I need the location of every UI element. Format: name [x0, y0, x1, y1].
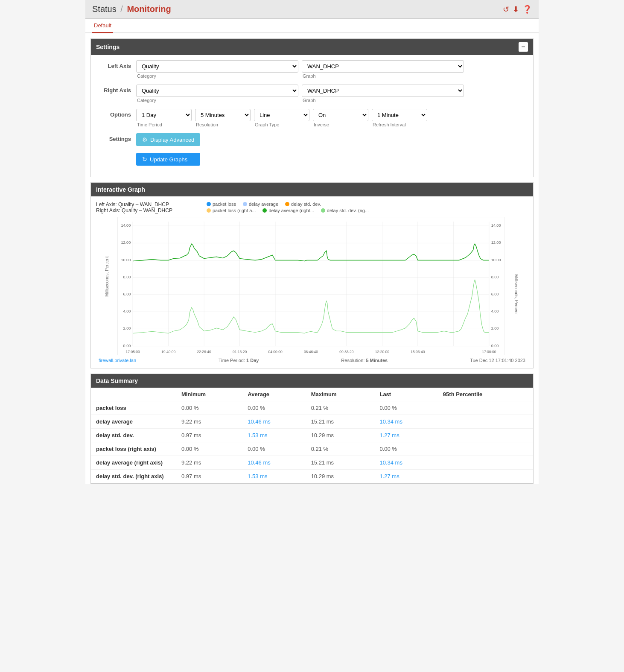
tab-default[interactable]: Default	[92, 19, 113, 33]
update-graphs-button[interactable]: ↻ Update Graphs	[136, 153, 200, 166]
left-axis-category-select[interactable]: Quality	[136, 60, 298, 73]
graph-panel-title: Interactive Graph	[96, 186, 145, 193]
row-value[interactable]: 1.53 ms	[242, 469, 306, 483]
settings-buttons-row: Settings ⚙ Display Advanced ↻ Update Gra…	[98, 133, 526, 166]
legend-dot-packet-loss	[207, 202, 211, 206]
settings-panel-header: Settings −	[91, 39, 533, 55]
row-label: delay average (right axis)	[91, 456, 176, 469]
right-axis-controls: Quality Category WAN_DHCP Graph	[136, 85, 526, 103]
download-icon[interactable]: ⬇	[513, 5, 519, 14]
options-row: Options 1 Day 6 Hours 12 Hours 3 Days 1 …	[98, 109, 526, 127]
settings-collapse-button[interactable]: −	[519, 42, 528, 52]
right-axis-graph-group: WAN_DHCP Graph	[302, 85, 464, 103]
summary-table-body: packet loss0.00 %0.00 %0.21 %0.00 %delay…	[91, 401, 533, 483]
right-axis-text: Right Axis: Quality – WAN_DHCP	[96, 207, 172, 213]
table-row: delay std. dev.0.97 ms1.53 ms10.29 ms1.2…	[91, 428, 533, 442]
right-axis-category-sublabel: Category	[136, 98, 298, 103]
graph-info: Left Axis: Quality – WAN_DHCP Right Axis…	[96, 202, 528, 213]
breadcrumb-status: Status	[92, 4, 117, 14]
left-axis-text: Left Axis: Quality – WAN_DHCP	[96, 202, 172, 207]
chart-resolution: Resolution: 5 Minutes	[341, 358, 388, 363]
legend-dot-delay-average-right	[262, 208, 267, 213]
row-value: 0.00 %	[176, 442, 242, 456]
row-value: 15.21 ms	[306, 456, 375, 469]
firewall-link[interactable]: firewall.private.lan	[99, 358, 136, 363]
left-axis-category-group: Quality Category	[136, 60, 298, 79]
legend-dot-delay-std-right	[321, 208, 325, 213]
row-value: 0.97 ms	[176, 428, 242, 442]
row-value[interactable]: 1.27 ms	[374, 428, 437, 442]
legend-delay-std: delay std. dev.	[285, 202, 321, 207]
row-value: 15.21 ms	[306, 415, 375, 428]
row-value: 0.21 %	[306, 401, 375, 415]
row-value	[438, 456, 533, 469]
time-period-sublabel: Time Period	[136, 122, 192, 127]
row-value[interactable]: 1.53 ms	[242, 428, 306, 442]
breadcrumb-monitoring: Monitoring	[127, 4, 171, 14]
row-value[interactable]: 10.46 ms	[242, 456, 306, 469]
svg-text:12.00: 12.00	[491, 240, 501, 245]
left-axis-row: Left Axis Quality Category WAN_DHCP Grap…	[98, 60, 526, 79]
right-axis-graph-select[interactable]: WAN_DHCP	[302, 85, 464, 97]
resolution-select[interactable]: 5 Minutes 1 Minute 15 Minutes 1 Hour	[195, 109, 251, 121]
legend-dot-delay-std	[285, 202, 289, 206]
left-axis-controls: Quality Category WAN_DHCP Graph	[136, 60, 526, 79]
svg-text:14.00: 14.00	[121, 223, 131, 228]
left-axis-graph-sublabel: Graph	[302, 73, 464, 79]
graph-type-select[interactable]: Line Area Bar	[254, 109, 309, 121]
row-value[interactable]: 10.34 ms	[374, 415, 437, 428]
right-axis-category-select[interactable]: Quality	[136, 85, 298, 97]
row-value: 0.00 %	[242, 442, 306, 456]
header-actions: ↺ ⬇ ❓	[503, 5, 532, 14]
summary-col-last: Last	[374, 388, 437, 401]
row-label: delay std. dev. (right axis)	[91, 469, 176, 483]
gear-icon: ⚙	[142, 136, 148, 143]
refresh-interval-select[interactable]: 1 Minute 5 Minutes Off	[372, 109, 427, 121]
row-value[interactable]: 10.46 ms	[242, 415, 306, 428]
row-value: 0.00 %	[374, 442, 437, 456]
data-summary-panel: Data Summary Minimum Average Maximum Las…	[90, 374, 534, 484]
svg-text:4.00: 4.00	[123, 309, 131, 313]
svg-text:12:20:00: 12:20:00	[375, 350, 389, 354]
chart-time-period: Time Period: 1 Day	[219, 358, 259, 363]
help-icon[interactable]: ❓	[522, 5, 532, 14]
svg-text:10.00: 10.00	[491, 258, 501, 262]
right-axis-category-group: Quality Category	[136, 85, 298, 103]
row-value: 10.29 ms	[306, 469, 375, 483]
right-axis-label: Right Axis	[98, 85, 136, 93]
refresh-interval-group: 1 Minute 5 Minutes Off Refresh Interval	[372, 109, 427, 127]
row-value: 9.22 ms	[176, 456, 242, 469]
summary-col-maximum: Maximum	[306, 388, 375, 401]
left-axis-label: Left Axis	[98, 60, 136, 69]
refresh-icon[interactable]: ↺	[503, 5, 509, 14]
right-axis-row: Right Axis Quality Category WAN_DHCP Gra…	[98, 85, 526, 103]
settings-panel: Settings − Left Axis Quality Category WA	[90, 38, 534, 177]
table-row: delay average (right axis)9.22 ms10.46 m…	[91, 456, 533, 469]
breadcrumb-separator: /	[120, 4, 123, 14]
row-value[interactable]: 10.34 ms	[374, 456, 437, 469]
svg-text:17:00:00: 17:00:00	[482, 350, 496, 354]
svg-text:15:06:40: 15:06:40	[411, 350, 425, 354]
graph-panel-header: Interactive Graph	[91, 183, 533, 196]
time-period-select[interactable]: 1 Day 6 Hours 12 Hours 3 Days 1 Week	[136, 109, 192, 121]
inverse-select[interactable]: On Off	[313, 109, 368, 121]
svg-text:8.00: 8.00	[123, 275, 131, 279]
summary-col-average: Average	[242, 388, 306, 401]
svg-text:2.00: 2.00	[123, 326, 131, 330]
row-value: 9.22 ms	[176, 415, 242, 428]
left-axis-graph-select[interactable]: WAN_DHCP	[302, 60, 464, 73]
row-value[interactable]: 1.27 ms	[374, 469, 437, 483]
page-header: Status / Monitoring ↺ ⬇ ❓	[85, 0, 539, 19]
row-value	[438, 442, 533, 456]
svg-text:6.00: 6.00	[123, 292, 131, 296]
page-title: Status / Monitoring	[92, 4, 171, 14]
row-label: packet loss	[91, 401, 176, 415]
summary-panel-header: Data Summary	[91, 374, 533, 388]
svg-text:6.00: 6.00	[491, 292, 499, 296]
display-advanced-button[interactable]: ⚙ Display Advanced	[136, 133, 200, 146]
legend-dot-packet-loss-right	[207, 208, 211, 213]
summary-header-row: Minimum Average Maximum Last 95th Percen…	[91, 388, 533, 401]
svg-text:09:33:20: 09:33:20	[339, 350, 353, 354]
refresh-interval-sublabel: Refresh Interval	[372, 122, 427, 127]
table-row: delay average9.22 ms10.46 ms15.21 ms10.3…	[91, 415, 533, 428]
